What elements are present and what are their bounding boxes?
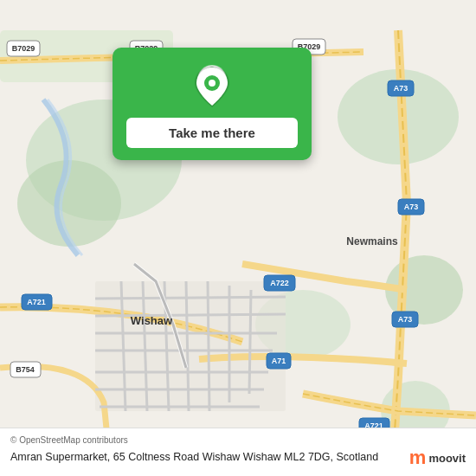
svg-text:A73: A73 [394,84,408,93]
svg-line-16 [95,314,286,316]
svg-point-51 [209,80,215,87]
svg-text:Wishaw: Wishaw [131,314,173,327]
svg-text:A73: A73 [404,203,419,211]
moovit-brand-text: moovit [428,452,466,465]
svg-text:Newmains: Newmains [346,235,398,248]
moovit-m-icon: m [409,448,427,467]
location-info-row: Amran Supermarket, 65 Coltness Road Wish… [10,448,466,467]
svg-text:B7029: B7029 [12,44,35,53]
address-text: Amran Supermarket, 65 Coltness Road Wish… [10,450,378,466]
bottom-info-bar: © OpenStreetMap contributors Amran Super… [0,428,476,476]
svg-line-15 [95,297,286,299]
svg-text:A71: A71 [272,357,286,365]
moovit-logo: m moovit [409,448,466,467]
svg-line-14 [249,290,251,394]
svg-text:B754: B754 [16,365,35,374]
take-me-there-button[interactable]: Take me there [126,118,298,148]
svg-text:A721: A721 [27,298,46,306]
osm-credit-text: © OpenStreetMap contributors [10,435,128,445]
location-card: Take me there [113,48,312,160]
pin-svg [195,66,229,107]
svg-line-12 [208,281,209,411]
osm-attribution: © OpenStreetMap contributors [10,435,466,445]
map-container: B7029 B7029 B7029 A73 A73 A73 A721 A722 … [0,0,476,476]
svg-text:A73: A73 [398,315,413,324]
svg-text:A722: A722 [270,279,289,287]
